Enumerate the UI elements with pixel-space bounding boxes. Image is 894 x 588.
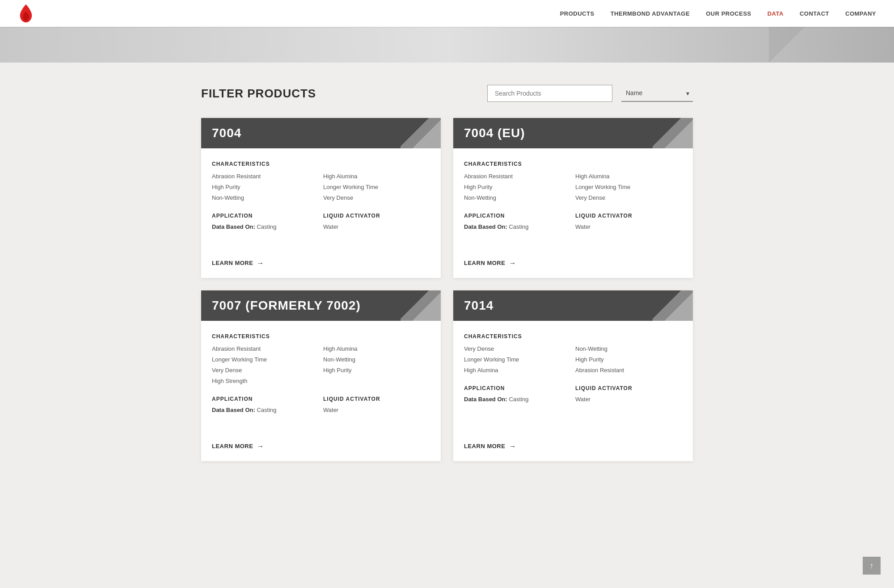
char-item: High Purity bbox=[464, 182, 571, 192]
char-item: High Strength bbox=[212, 376, 319, 386]
characteristics-label-7007: CHARACTERISTICS bbox=[212, 333, 430, 340]
learn-more-link-7004eu[interactable]: LEARN MORE → bbox=[464, 259, 516, 267]
activator-section-7004: LIQUID ACTIVATORWater bbox=[323, 213, 430, 230]
app-activator-row-7004: APPLICATIONData Based On: CastingLIQUID … bbox=[212, 213, 430, 230]
char-item: High Alumina bbox=[575, 172, 682, 181]
nav-company[interactable]: COMPANY bbox=[845, 10, 876, 17]
product-card-7007: 7007 (FORMERLY 7002)CHARACTERISTICSAbras… bbox=[201, 290, 441, 461]
characteristics-grid-7014: Very DenseNon-WettingLonger Working Time… bbox=[464, 344, 682, 375]
char-item: Very Dense bbox=[323, 193, 430, 203]
char-item: Non-Wetting bbox=[575, 344, 682, 354]
application-section-7004eu: APPLICATIONData Based On: Casting bbox=[464, 213, 571, 230]
main-content: FILTER PRODUCTS Name Type ▾ 7004CHARACTE… bbox=[183, 63, 711, 483]
char-item: High Purity bbox=[575, 355, 682, 365]
nav-data[interactable]: DATA bbox=[767, 10, 784, 17]
char-item: Abrasion Resistant bbox=[464, 172, 571, 181]
char-item: Abrasion Resistant bbox=[212, 344, 319, 354]
sort-select[interactable]: Name Type bbox=[621, 85, 693, 102]
product-card-7014: 7014CHARACTERISTICSVery DenseNon-Wetting… bbox=[453, 290, 693, 461]
nav-products[interactable]: PRODUCTS bbox=[560, 10, 595, 17]
arrow-icon: → bbox=[257, 259, 264, 267]
char-item: Longer Working Time bbox=[464, 355, 571, 365]
char-item: Non-Wetting bbox=[464, 193, 571, 203]
application-label-7007: APPLICATION bbox=[212, 396, 319, 402]
activator-section-7007: LIQUID ACTIVATORWater bbox=[323, 396, 430, 413]
app-activator-row-7014: APPLICATIONData Based On: CastingLIQUID … bbox=[464, 385, 682, 403]
char-item: High Purity bbox=[323, 365, 430, 375]
char-item: High Alumina bbox=[464, 365, 571, 375]
application-value-7014: Data Based On: Casting bbox=[464, 396, 571, 403]
char-item: Non-Wetting bbox=[212, 193, 319, 203]
activator-label-7004: LIQUID ACTIVATOR bbox=[323, 213, 430, 219]
application-section-7007: APPLICATIONData Based On: Casting bbox=[212, 396, 319, 413]
char-item: Very Dense bbox=[212, 365, 319, 375]
product-card-7004: 7004CHARACTERISTICSAbrasion ResistantHig… bbox=[201, 118, 441, 278]
nav-process[interactable]: OUR PROCESS bbox=[706, 10, 751, 17]
main-nav: PRODUCTS THERMBOND ADVANTAGE OUR PROCESS… bbox=[560, 10, 876, 17]
card-title-7014: 7014 bbox=[464, 298, 493, 313]
char-item: Abrasion Resistant bbox=[212, 172, 319, 181]
char-item: Abrasion Resistant bbox=[575, 365, 682, 375]
card-footer-7014: LEARN MORE → bbox=[453, 435, 693, 461]
application-label-7004: APPLICATION bbox=[212, 213, 319, 219]
activator-section-7014: LIQUID ACTIVATORWater bbox=[575, 385, 682, 403]
activator-label-7007: LIQUID ACTIVATOR bbox=[323, 396, 430, 402]
card-footer-7004eu: LEARN MORE → bbox=[453, 252, 693, 278]
nav-thermbond[interactable]: THERMBOND ADVANTAGE bbox=[611, 10, 690, 17]
application-label-7014: APPLICATION bbox=[464, 385, 571, 391]
card-body-7004: CHARACTERISTICSAbrasion ResistantHigh Al… bbox=[201, 148, 441, 252]
char-item: Very Dense bbox=[464, 344, 571, 354]
products-grid: 7004CHARACTERISTICSAbrasion ResistantHig… bbox=[201, 118, 693, 461]
application-value-7004eu: Data Based On: Casting bbox=[464, 223, 571, 230]
card-header-7004eu: 7004 (EU) bbox=[453, 118, 693, 148]
char-item: Longer Working Time bbox=[575, 182, 682, 192]
characteristics-grid-7007: Abrasion ResistantHigh AluminaLonger Wor… bbox=[212, 344, 430, 386]
characteristics-grid-7004eu: Abrasion ResistantHigh AluminaHigh Purit… bbox=[464, 172, 682, 203]
application-label-7004eu: APPLICATION bbox=[464, 213, 571, 219]
learn-more-link-7004[interactable]: LEARN MORE → bbox=[212, 259, 264, 267]
card-header-7004: 7004 bbox=[201, 118, 441, 148]
activator-value-7014: Water bbox=[575, 396, 682, 403]
logo[interactable] bbox=[18, 4, 34, 23]
char-item bbox=[323, 376, 430, 386]
activator-section-7004eu: LIQUID ACTIVATORWater bbox=[575, 213, 682, 230]
nav-contact[interactable]: CONTACT bbox=[800, 10, 829, 17]
activator-value-7007: Water bbox=[323, 407, 430, 413]
activator-label-7004eu: LIQUID ACTIVATOR bbox=[575, 213, 682, 219]
application-section-7014: APPLICATIONData Based On: Casting bbox=[464, 385, 571, 403]
product-card-7004eu: 7004 (EU)CHARACTERISTICSAbrasion Resista… bbox=[453, 118, 693, 278]
search-input[interactable] bbox=[487, 85, 612, 102]
characteristics-grid-7004: Abrasion ResistantHigh AluminaHigh Purit… bbox=[212, 172, 430, 203]
characteristics-label-7014: CHARACTERISTICS bbox=[464, 333, 682, 340]
activator-value-7004eu: Water bbox=[575, 223, 682, 230]
hero-strip bbox=[0, 27, 894, 63]
site-header: PRODUCTS THERMBOND ADVANTAGE OUR PROCESS… bbox=[0, 0, 894, 27]
card-body-7014: CHARACTERISTICSVery DenseNon-WettingLong… bbox=[453, 321, 693, 435]
activator-label-7014: LIQUID ACTIVATOR bbox=[575, 385, 682, 391]
filter-title: FILTER PRODUCTS bbox=[201, 87, 316, 101]
learn-more-link-7014[interactable]: LEARN MORE → bbox=[464, 442, 516, 450]
char-item: High Alumina bbox=[323, 344, 430, 354]
app-activator-row-7007: APPLICATIONData Based On: CastingLIQUID … bbox=[212, 396, 430, 413]
card-footer-7004: LEARN MORE → bbox=[201, 252, 441, 278]
card-body-7004eu: CHARACTERISTICSAbrasion ResistantHigh Al… bbox=[453, 148, 693, 252]
arrow-icon: → bbox=[509, 259, 516, 267]
characteristics-label-7004eu: CHARACTERISTICS bbox=[464, 161, 682, 167]
filter-header: FILTER PRODUCTS Name Type ▾ bbox=[201, 85, 693, 102]
application-section-7004: APPLICATIONData Based On: Casting bbox=[212, 213, 319, 230]
card-header-7014: 7014 bbox=[453, 290, 693, 321]
card-body-7007: CHARACTERISTICSAbrasion ResistantHigh Al… bbox=[201, 321, 441, 435]
sort-wrap: Name Type ▾ bbox=[621, 85, 693, 102]
card-title-7004eu: 7004 (EU) bbox=[464, 126, 525, 140]
learn-more-link-7007[interactable]: LEARN MORE → bbox=[212, 442, 264, 450]
characteristics-label-7004: CHARACTERISTICS bbox=[212, 161, 430, 167]
char-item: Longer Working Time bbox=[212, 355, 319, 365]
search-wrap bbox=[487, 85, 612, 102]
application-value-7004: Data Based On: Casting bbox=[212, 223, 319, 230]
card-footer-7007: LEARN MORE → bbox=[201, 435, 441, 461]
arrow-icon: → bbox=[257, 442, 264, 450]
arrow-icon: → bbox=[509, 442, 516, 450]
char-item: High Alumina bbox=[323, 172, 430, 181]
activator-value-7004: Water bbox=[323, 223, 430, 230]
card-title-7007: 7007 (FORMERLY 7002) bbox=[212, 298, 361, 313]
